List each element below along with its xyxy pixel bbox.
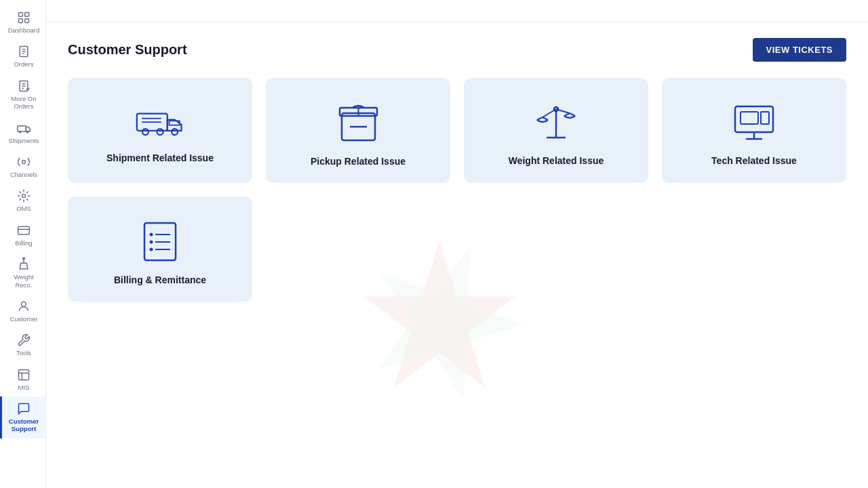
page-title: Customer Support xyxy=(68,42,187,58)
tools-icon xyxy=(17,333,31,347)
sidebar-item-weight-reco[interactable]: Weight Reco. xyxy=(0,252,45,294)
svg-rect-44 xyxy=(761,112,769,124)
sidebar-label-oms: OMS xyxy=(16,205,31,212)
svg-line-36 xyxy=(537,117,542,120)
card-label-pickup: Pickup Related Issue xyxy=(311,156,406,167)
svg-line-37 xyxy=(542,117,548,120)
orders-icon xyxy=(17,45,31,58)
svg-point-19 xyxy=(22,302,26,306)
truck-icon xyxy=(136,104,184,142)
billing-icon xyxy=(17,224,31,237)
customer-icon xyxy=(17,300,31,313)
sidebar-item-dashboard[interactable]: Dashboard xyxy=(0,5,45,39)
svg-point-48 xyxy=(150,241,153,244)
svg-rect-17 xyxy=(18,226,30,235)
channels-icon xyxy=(17,155,31,169)
svg-rect-1 xyxy=(25,13,29,17)
top-bar xyxy=(46,0,868,22)
sidebar-item-shipments[interactable]: Shipments xyxy=(0,116,45,150)
card-weight[interactable]: Weight Related Issue xyxy=(464,78,648,183)
svg-rect-0 xyxy=(19,13,23,17)
svg-point-50 xyxy=(150,248,153,251)
svg-point-16 xyxy=(22,195,26,198)
mis-icon xyxy=(17,368,31,382)
svg-point-23 xyxy=(157,129,163,135)
svg-point-22 xyxy=(142,129,149,135)
card-billing-remittance[interactable]: Billing & Remittance xyxy=(68,197,252,302)
more-orders-icon xyxy=(17,79,31,93)
sidebar-item-orders[interactable]: Orders xyxy=(0,39,45,73)
svg-rect-20 xyxy=(19,369,29,380)
view-tickets-button[interactable]: VIEW TICKETS xyxy=(753,38,846,62)
sidebar-label-weight-reco: Weight Reco. xyxy=(5,273,43,289)
svg-line-34 xyxy=(542,109,556,117)
sidebar-item-customer[interactable]: Customer xyxy=(0,294,45,328)
sidebar-item-more-orders[interactable]: More On Orders xyxy=(0,74,45,116)
sidebar-label-channels: Channels xyxy=(10,171,37,178)
svg-line-38 xyxy=(564,113,570,116)
sidebar-item-tools[interactable]: Tools xyxy=(0,328,45,362)
weight-reco-icon xyxy=(17,258,31,271)
sidebar-label-orders: Orders xyxy=(14,60,33,68)
svg-point-15 xyxy=(22,160,26,163)
main-content: Customer Support VIEW TICKETS xyxy=(46,0,868,488)
card-label-shipment: Shipment Related Issue xyxy=(106,152,214,163)
svg-point-46 xyxy=(150,233,153,237)
box-icon xyxy=(336,101,380,145)
customer-support-icon xyxy=(17,402,31,415)
card-label-billing-remittance: Billing & Remittance xyxy=(114,274,206,285)
sidebar-item-channels[interactable]: Channels xyxy=(0,150,45,184)
page-container: Customer Support VIEW TICKETS xyxy=(46,22,868,488)
card-label-tech: Tech Related Issue xyxy=(711,155,797,166)
sidebar-label-billing: Billing xyxy=(15,239,32,247)
sidebar-item-customer-support[interactable]: Customer Support xyxy=(0,396,45,439)
svg-rect-3 xyxy=(25,19,29,23)
monitor-icon xyxy=(731,102,777,144)
sidebar: Dashboard Orders More On Orders Shipment… xyxy=(0,0,46,488)
billing-list-icon xyxy=(139,220,181,264)
sidebar-label-shipments: Shipments xyxy=(9,137,39,144)
sidebar-label-tools: Tools xyxy=(16,349,31,357)
svg-rect-12 xyxy=(18,125,26,131)
scale-icon xyxy=(533,102,579,144)
card-shipment[interactable]: Shipment Related Issue xyxy=(68,78,252,183)
card-label-weight: Weight Related Issue xyxy=(509,155,604,166)
sidebar-label-customer-support: Customer Support xyxy=(5,418,43,433)
svg-line-39 xyxy=(570,113,575,116)
svg-rect-43 xyxy=(741,112,758,124)
cards-row-2: Billing & Remittance xyxy=(68,197,846,302)
page-header: Customer Support VIEW TICKETS xyxy=(68,38,846,62)
svg-rect-2 xyxy=(19,19,23,23)
sidebar-label-mis: MIS xyxy=(18,384,30,391)
sidebar-item-billing[interactable]: Billing xyxy=(0,218,45,252)
sidebar-label-more-orders: More On Orders xyxy=(5,95,43,110)
sidebar-label-customer: Customer xyxy=(9,315,37,323)
shipments-icon xyxy=(17,121,31,135)
sidebar-item-mis[interactable]: MIS xyxy=(0,363,45,396)
cards-row-1: Shipment Related Issue xyxy=(68,78,846,183)
card-tech[interactable]: Tech Related Issue xyxy=(662,78,846,183)
card-pickup[interactable]: Pickup Related Issue xyxy=(266,78,450,183)
dashboard-icon xyxy=(17,11,31,24)
sidebar-label-dashboard: Dashboard xyxy=(8,26,39,34)
svg-point-24 xyxy=(172,129,178,135)
sidebar-item-oms[interactable]: OMS xyxy=(0,184,45,218)
oms-icon xyxy=(17,189,31,203)
